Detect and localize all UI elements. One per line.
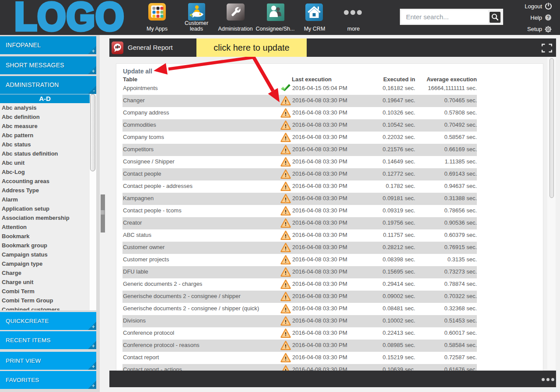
svg-text:?: ? [547, 15, 550, 20]
